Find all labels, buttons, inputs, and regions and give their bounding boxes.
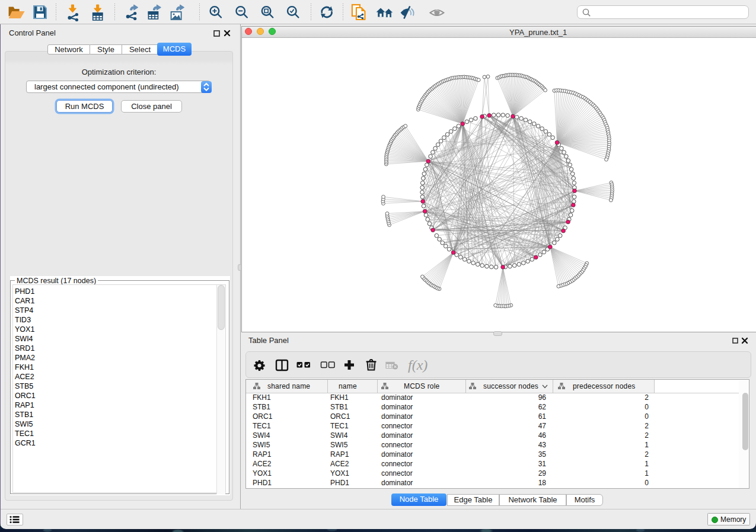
svg-text:f(x): f(x) [408,357,428,373]
